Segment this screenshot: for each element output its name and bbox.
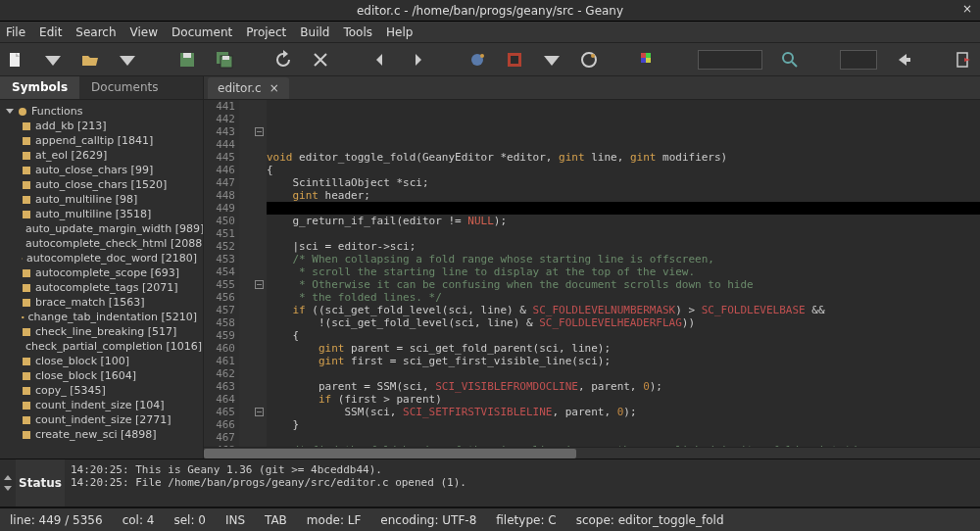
symbol-item[interactable]: brace_match [1563] — [0, 295, 203, 310]
menu-search[interactable]: Search — [75, 25, 116, 39]
svg-rect-45 — [23, 358, 30, 365]
arrow-down-icon[interactable] — [4, 486, 12, 491]
menu-file[interactable]: File — [6, 25, 25, 39]
quit-icon[interactable] — [955, 48, 974, 72]
menubar: FileEditSearchViewDocumentProjectBuildTo… — [0, 22, 980, 43]
chevron-down-icon[interactable] — [542, 48, 562, 72]
save-icon[interactable] — [177, 48, 197, 72]
symbol-item[interactable]: change_tab_indentation [5210] — [0, 310, 203, 324]
code-text[interactable]: void editor_toggle_fold(GeanyEditor *edi… — [267, 100, 980, 447]
menu-project[interactable]: Project — [246, 25, 286, 39]
svg-point-13 — [480, 54, 484, 58]
symbol-item[interactable]: auto_update_margin_width [989] — [0, 221, 203, 236]
symbol-item[interactable]: count_indent_size [2771] — [0, 412, 203, 427]
menu-build[interactable]: Build — [300, 25, 329, 39]
make-icon[interactable] — [505, 48, 524, 72]
titlebar: editor.c - /home/ban/progs/geany/src - G… — [0, 0, 980, 22]
save-all-icon[interactable] — [215, 48, 234, 72]
symbol-item[interactable]: auto_multiline [3518] — [0, 207, 203, 221]
message-area[interactable]: 14:20:25: This is Geany 1.36 (git >= 4bc… — [65, 459, 980, 507]
symbol-item[interactable]: copy_ [5345] — [0, 383, 203, 398]
svg-rect-46 — [23, 372, 30, 380]
statusbar: line: 449 / 5356 col: 4 sel: 0 INS TAB m… — [0, 507, 980, 531]
symbol-item[interactable]: auto_close_chars [1520] — [0, 177, 203, 192]
tab-documents[interactable]: Documents — [79, 76, 170, 99]
menu-tools[interactable]: Tools — [343, 25, 372, 39]
color-picker-icon[interactable] — [638, 48, 658, 72]
horizontal-scrollbar[interactable] — [204, 447, 980, 459]
nav-forward-icon[interactable] — [408, 48, 427, 72]
svg-rect-32 — [23, 167, 30, 174]
window-close-icon[interactable]: × — [962, 2, 972, 16]
arrow-up-icon[interactable] — [4, 475, 12, 480]
close-file-icon[interactable] — [311, 48, 330, 72]
symbol-item[interactable]: count_indent_size [104] — [0, 398, 203, 412]
svg-point-23 — [783, 53, 793, 63]
run-icon[interactable] — [579, 48, 599, 72]
status-ins: INS — [225, 513, 245, 527]
status-encoding: encoding: UTF-8 — [380, 513, 476, 527]
svg-marker-4 — [120, 56, 135, 66]
new-file-icon[interactable] — [6, 48, 25, 72]
search-icon[interactable] — [780, 48, 800, 72]
document-tabs: editor.c × — [204, 76, 980, 100]
search-input[interactable] — [698, 50, 762, 70]
svg-rect-6 — [183, 53, 191, 58]
svg-rect-38 — [22, 258, 23, 259]
code-area[interactable]: 4414424434444454464474484494504514524534… — [204, 100, 980, 447]
chevron-down-icon[interactable] — [43, 48, 63, 72]
svg-rect-0 — [10, 53, 20, 67]
scrollbar-thumb[interactable] — [204, 449, 576, 459]
fold-gutter[interactable] — [253, 100, 267, 447]
symbol-item[interactable]: autocomplete_tags [2071] — [0, 280, 203, 295]
document-tab[interactable]: editor.c × — [208, 77, 289, 99]
sidebar: Symbols Documents Functionsadd_kb [213]a… — [0, 76, 204, 459]
reload-icon[interactable] — [273, 48, 293, 72]
line-number-gutter: 4414424434444454464474484494504514524534… — [204, 100, 239, 447]
svg-marker-25 — [899, 54, 910, 66]
status-mode: mode: LF — [307, 513, 361, 527]
svg-rect-20 — [646, 53, 651, 58]
tab-symbols[interactable]: Symbols — [0, 76, 79, 99]
svg-rect-33 — [23, 181, 30, 189]
svg-rect-47 — [23, 387, 30, 395]
svg-rect-40 — [23, 284, 30, 292]
nav-back-icon[interactable] — [370, 48, 390, 72]
menu-view[interactable]: View — [130, 25, 158, 39]
chevron-down-icon[interactable] — [118, 48, 137, 72]
open-file-icon[interactable] — [80, 48, 100, 72]
symbol-item[interactable]: create_new_sci [4898] — [0, 427, 203, 442]
symbol-item[interactable]: add_kb [213] — [0, 119, 203, 133]
symbol-item[interactable]: autocomplete_scope [693] — [0, 266, 203, 280]
symbol-item[interactable]: check_partial_completion [1016] — [0, 339, 203, 354]
close-tab-icon[interactable]: × — [270, 81, 279, 95]
menu-edit[interactable]: Edit — [39, 25, 62, 39]
status-tab: TAB — [265, 513, 287, 527]
build-icon[interactable] — [467, 48, 487, 72]
status-tab[interactable]: Status — [16, 459, 65, 507]
symbol-item[interactable]: autocomplete_doc_word [2180] — [0, 251, 203, 266]
svg-marker-16 — [544, 56, 560, 66]
symbol-group[interactable]: Functions — [31, 105, 83, 118]
symbol-item[interactable]: autocomplete_check_html [2088] — [0, 236, 203, 251]
svg-rect-48 — [23, 402, 30, 410]
svg-rect-39 — [23, 269, 30, 277]
svg-rect-21 — [641, 58, 646, 63]
menu-document[interactable]: Document — [172, 25, 232, 39]
message-nav — [0, 459, 16, 507]
svg-line-24 — [792, 62, 797, 67]
symbols-list[interactable]: Functionsadd_kb [213]append_calltip [184… — [0, 100, 203, 459]
symbol-item[interactable]: at_eol [2629] — [0, 148, 203, 163]
goto-line-icon[interactable] — [895, 48, 914, 72]
goto-line-input[interactable] — [840, 50, 877, 70]
symbol-item[interactable]: auto_close_chars [99] — [0, 163, 203, 177]
svg-rect-19 — [641, 53, 646, 58]
status-filetype: filetype: C — [496, 513, 556, 527]
symbol-item[interactable]: append_calltip [1841] — [0, 133, 203, 148]
menu-help[interactable]: Help — [386, 25, 413, 39]
svg-point-28 — [19, 108, 26, 116]
symbol-item[interactable]: close_block [100] — [0, 354, 203, 368]
symbol-item[interactable]: check_line_breaking [517] — [0, 324, 203, 339]
symbol-item[interactable]: close_block [1604] — [0, 368, 203, 383]
symbol-item[interactable]: auto_multiline [98] — [0, 192, 203, 207]
